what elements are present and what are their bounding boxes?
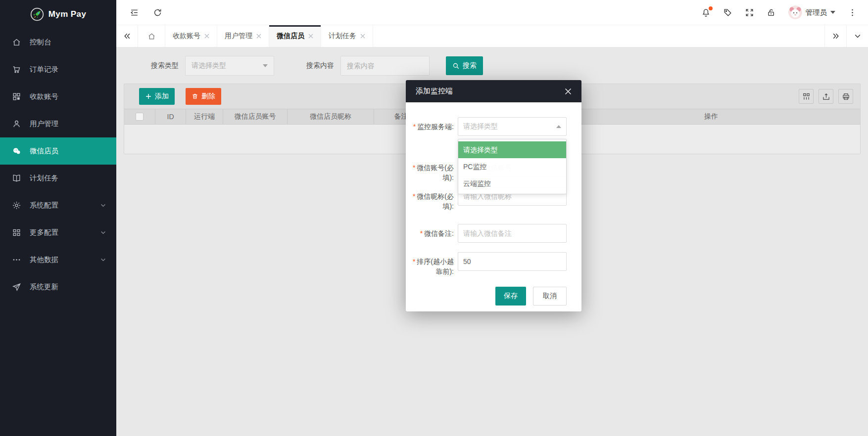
more-kebab-icon[interactable] bbox=[848, 8, 857, 17]
print-icon bbox=[842, 92, 850, 101]
sidebar-menu: 控制台 订单记录 收款账号 bbox=[0, 29, 116, 301]
table-column-header: 微信店员账号 bbox=[223, 109, 288, 124]
lock-icon[interactable] bbox=[767, 8, 776, 17]
columns-icon bbox=[802, 92, 811, 101]
dropdown-option[interactable]: 请选择类型 bbox=[458, 141, 566, 158]
search-content-label: 搜索内容 bbox=[306, 61, 334, 70]
add-button[interactable]: 添加 bbox=[139, 88, 175, 105]
tab-home[interactable] bbox=[138, 25, 165, 47]
top-bar: 管理员 bbox=[116, 0, 868, 25]
print-button[interactable] bbox=[838, 89, 853, 104]
field-label-wechat-remark: *微信备注: bbox=[410, 228, 454, 238]
monitor-server-select[interactable]: 请选择类型 bbox=[458, 117, 567, 136]
field-label-wechat-nickname: *微信昵称(必填): bbox=[410, 191, 454, 211]
add-monitor-modal: 添加监控端 *监控服务端: 请选择类型 *微信账号(必填): *微信昵称(必填)… bbox=[406, 80, 581, 311]
trash-icon bbox=[192, 93, 198, 100]
tab-close-icon[interactable] bbox=[256, 34, 261, 39]
plus-icon bbox=[145, 93, 152, 100]
modal-header: 添加监控端 bbox=[406, 80, 581, 102]
tab[interactable]: 微信店员 bbox=[269, 25, 321, 47]
sidebar-item[interactable]: 系统配置 bbox=[0, 192, 116, 219]
search-icon bbox=[452, 62, 460, 70]
tab[interactable]: 计划任务 bbox=[321, 25, 373, 47]
search-type-label: 搜索类型 bbox=[151, 61, 179, 70]
rocket-logo-icon bbox=[30, 7, 44, 21]
brand-logo: Mym Pay bbox=[0, 0, 116, 29]
modal-title: 添加监控端 bbox=[416, 87, 453, 96]
field-label-wechat-account: *微信账号(必填): bbox=[410, 163, 454, 182]
table-column-header: 运行端 bbox=[186, 109, 223, 124]
sidebar-item[interactable]: 其他数据 bbox=[0, 246, 116, 273]
tab-close-icon[interactable] bbox=[204, 34, 209, 39]
table-tools bbox=[799, 89, 853, 104]
sidebar-item[interactable]: 计划任务 bbox=[0, 165, 116, 192]
field-label-sort-order: *排序(越小越靠前): bbox=[410, 257, 454, 276]
caret-down-icon bbox=[830, 11, 835, 14]
refresh-icon[interactable] bbox=[153, 8, 162, 17]
chevron-down-icon bbox=[100, 257, 106, 263]
tab-bar: 收款账号 用户管理 微信店员 计划任务 bbox=[116, 25, 868, 47]
sidebar-item[interactable]: 微信店员 bbox=[0, 137, 116, 165]
monitor-server-dropdown: 请选择类型 PC监控 云端监控 bbox=[458, 139, 567, 194]
tab-close-icon[interactable] bbox=[360, 34, 365, 39]
sidebar-item[interactable]: 收款账号 bbox=[0, 83, 116, 110]
search-form: 搜索类型 请选择类型 搜索内容 搜索 bbox=[151, 56, 483, 76]
export-icon bbox=[822, 92, 830, 101]
avatar[interactable] bbox=[788, 5, 802, 19]
tab-close-icon[interactable] bbox=[308, 34, 313, 39]
export-button[interactable] bbox=[819, 89, 833, 104]
close-icon[interactable] bbox=[565, 88, 572, 95]
sidebar: Mym Pay 控制台 订单记录 收款账号 bbox=[0, 0, 116, 436]
select-caret-icon bbox=[263, 64, 268, 67]
sidebar-item[interactable]: 更多配置 bbox=[0, 219, 116, 246]
tab[interactable]: 用户管理 bbox=[217, 25, 269, 47]
table-column-header: ID bbox=[155, 109, 186, 124]
search-type-placeholder: 请选择类型 bbox=[192, 61, 226, 70]
select-caret-up-icon bbox=[556, 125, 561, 128]
cancel-button[interactable]: 取消 bbox=[533, 287, 567, 305]
search-type-select[interactable]: 请选择类型 bbox=[185, 56, 274, 76]
sidebar-item[interactable]: 订单记录 bbox=[0, 56, 116, 83]
admin-menu[interactable]: 管理员 bbox=[788, 5, 836, 19]
sidebar-item[interactable]: 控制台 bbox=[0, 29, 116, 56]
modal-body: *监控服务端: 请选择类型 *微信账号(必填): *微信昵称(必填): *微信备… bbox=[406, 102, 581, 311]
save-button[interactable]: 保存 bbox=[495, 287, 526, 305]
sidebar-item[interactable]: 系统更新 bbox=[0, 273, 116, 301]
wechat-remark-input[interactable] bbox=[458, 224, 567, 243]
chevron-down-icon bbox=[100, 202, 106, 209]
fullscreen-icon[interactable] bbox=[745, 8, 754, 17]
admin-label: 管理员 bbox=[806, 8, 827, 17]
sidebar-item[interactable]: 用户管理 bbox=[0, 110, 116, 137]
tabs-menu-button[interactable] bbox=[846, 25, 868, 47]
brand-name: Mym Pay bbox=[48, 9, 87, 19]
collapse-menu-icon[interactable] bbox=[130, 8, 139, 17]
search-content-input[interactable] bbox=[340, 56, 430, 76]
field-label-monitor-server: *监控服务端: bbox=[410, 122, 454, 131]
dropdown-option[interactable]: 云端监控 bbox=[458, 175, 566, 192]
columns-filter-button[interactable] bbox=[799, 89, 814, 104]
table-column-header: 微信店员昵称 bbox=[288, 109, 374, 124]
notifications-bell-icon[interactable] bbox=[701, 8, 711, 17]
search-button[interactable]: 搜索 bbox=[446, 56, 483, 75]
chevron-down-icon bbox=[100, 229, 106, 236]
tabs-scroll-left-button[interactable] bbox=[116, 25, 138, 47]
tag-icon[interactable] bbox=[723, 8, 732, 17]
tab[interactable]: 收款账号 bbox=[165, 25, 217, 47]
notification-dot bbox=[709, 6, 713, 10]
dropdown-option[interactable]: PC监控 bbox=[458, 158, 566, 175]
tabbar-spacer bbox=[373, 25, 824, 47]
home-icon bbox=[147, 32, 156, 41]
delete-button[interactable]: 删除 bbox=[186, 88, 221, 105]
tabs-scroll-right-button[interactable] bbox=[824, 25, 846, 47]
select-all-checkbox[interactable] bbox=[136, 113, 144, 121]
select-all-cell bbox=[124, 109, 155, 124]
sort-order-input[interactable] bbox=[458, 252, 567, 271]
